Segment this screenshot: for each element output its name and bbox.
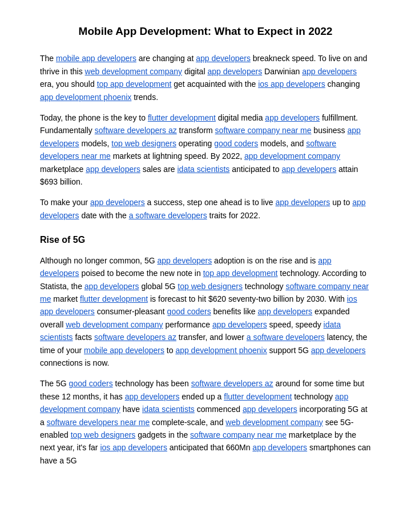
link-software-developers-az-2[interactable]: software developers az — [94, 333, 176, 342]
paragraph-2: Today, the phone is the key to flutter d… — [40, 111, 371, 188]
link-web-development-company-1[interactable]: web development company — [85, 67, 182, 76]
link-app-developers-4[interactable]: app developers — [265, 113, 320, 122]
link-top-web-designers-2[interactable]: top web designers — [178, 282, 243, 291]
link-app-developers-3[interactable]: app developers — [302, 67, 357, 76]
link-flutter-development-3[interactable]: flutter development — [224, 392, 292, 401]
link-app-development-company-2[interactable]: app development company — [40, 392, 348, 414]
link-flutter-development-2[interactable]: flutter development — [80, 294, 148, 303]
link-app-developers-1[interactable]: app developers — [196, 54, 251, 63]
section-heading-rise-of-5g: Rise of 5G — [40, 233, 371, 247]
link-app-developers-13[interactable]: app developers — [84, 282, 139, 291]
link-idata-scientists-3[interactable]: idata scientists — [142, 405, 195, 414]
link-mobile-app-developers-1[interactable]: mobile app developers — [56, 54, 136, 63]
link-app-developers-14[interactable]: app developers — [257, 307, 312, 316]
link-app-developers-18[interactable]: app developers — [243, 405, 297, 414]
link-software-developers-az-1[interactable]: software developers az — [95, 126, 177, 135]
link-app-developers-17[interactable]: app developers — [125, 392, 180, 401]
link-mobile-app-developers-2[interactable]: mobile app developers — [84, 346, 164, 355]
link-top-web-designers-3[interactable]: top web designers — [71, 430, 136, 439]
link-idata-scientists-1[interactable]: idata scientists — [178, 165, 230, 174]
link-top-web-designers-1[interactable]: top web designers — [111, 139, 176, 148]
link-app-developers-11[interactable]: app developers — [157, 256, 212, 265]
link-web-development-company-3[interactable]: web development company — [225, 418, 323, 427]
link-app-developers-2[interactable]: app developers — [207, 67, 262, 76]
link-software-developers-az-3[interactable]: software developers az — [191, 379, 273, 388]
link-app-developers-15[interactable]: app developers — [212, 320, 267, 329]
link-a-software-developers-1[interactable]: a software developers — [129, 211, 207, 220]
link-good-coders-1[interactable]: good coders — [214, 139, 258, 148]
link-app-development-phoenix-1[interactable]: app development phoenix — [40, 93, 131, 102]
link-top-app-development-1[interactable]: top app development — [97, 79, 172, 89]
paragraph-3: To make your app developers a success, s… — [40, 196, 371, 222]
link-software-company-near-me-3[interactable]: software company near me — [190, 430, 287, 439]
link-good-coders-3[interactable]: good coders — [69, 379, 113, 388]
link-top-app-development-2[interactable]: top app development — [203, 269, 278, 278]
link-app-developers-16[interactable]: app developers — [311, 346, 366, 355]
link-app-development-company-1[interactable]: app development company — [244, 151, 340, 161]
paragraph-4: Although no longer common, 5G app develo… — [40, 254, 371, 370]
link-ios-app-developers-1[interactable]: ios app developers — [258, 79, 325, 89]
link-software-developers-near-me-2[interactable]: software developers near me — [47, 418, 150, 427]
page-title: Mobile App Development: What to Expect i… — [40, 23, 371, 39]
link-a-software-developers-2[interactable]: a software developers — [247, 333, 325, 342]
link-app-developers-6[interactable]: app developers — [86, 165, 140, 174]
paragraph-5: The 5G good coders technology has been s… — [40, 377, 371, 467]
link-app-developers-19[interactable]: app developers — [252, 443, 307, 452]
link-app-developers-8[interactable]: app developers — [90, 198, 145, 207]
paragraph-1: The mobile app developers are changing a… — [40, 52, 371, 103]
link-app-developers-7[interactable]: app developers — [281, 165, 336, 174]
link-good-coders-2[interactable]: good coders — [167, 307, 211, 316]
link-software-company-near-me-1[interactable]: software company near me — [215, 126, 312, 135]
link-flutter-development-1[interactable]: flutter development — [148, 113, 216, 122]
link-web-development-company-2[interactable]: web development company — [66, 320, 163, 329]
link-app-developers-9[interactable]: app developers — [276, 198, 331, 207]
link-ios-app-developers-3[interactable]: ios app developers — [100, 443, 167, 452]
link-app-development-phoenix-2[interactable]: app development phoenix — [175, 346, 267, 355]
